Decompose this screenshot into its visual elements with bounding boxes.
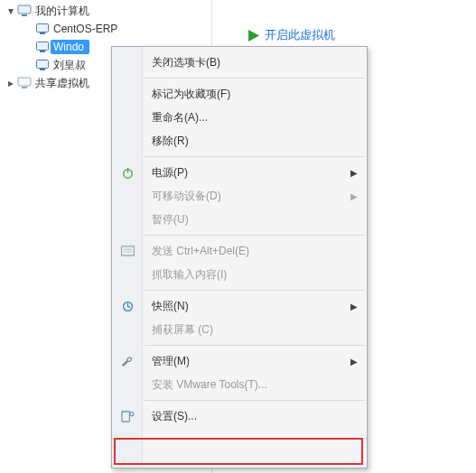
menu-separator — [145, 235, 365, 236]
menu-label: 发送 Ctrl+Alt+Del(E) — [152, 244, 249, 259]
menu-label: 管理(M) — [152, 354, 190, 369]
menu-close-tab[interactable]: 关闭选项卡(B) — [112, 51, 367, 74]
vm-icon — [34, 23, 51, 34]
menu-separator — [145, 400, 365, 401]
menu-separator — [145, 290, 365, 291]
svg-rect-13 — [121, 246, 134, 255]
menu-send-ctrl-alt-del[interactable]: 发送 Ctrl+Alt+Del(E) — [112, 239, 367, 263]
svg-rect-5 — [40, 51, 45, 52]
svg-rect-4 — [37, 42, 49, 51]
tree-label: 共享虚拟机 — [33, 75, 95, 92]
menu-label: 暂停(U) — [152, 212, 189, 227]
menu-snapshot[interactable]: 快照(N) ▶ — [112, 294, 367, 318]
menu-mark-favorite[interactable]: 标记为收藏项(F) — [112, 82, 367, 106]
svg-rect-0 — [18, 5, 31, 14]
svg-rect-8 — [18, 78, 31, 86]
submenu-arrow-icon: ▶ — [350, 301, 358, 311]
menu-label: 关闭选项卡(B) — [152, 55, 220, 70]
menu-settings[interactable]: 设置(S)... — [112, 404, 367, 428]
tree-item-centos-erp[interactable]: CentOS-ERP — [0, 20, 211, 38]
menu-install-vmware-tools[interactable]: 安装 VMware Tools(T)... — [112, 373, 367, 396]
menu-grab-input[interactable]: 抓取输入内容(I) — [112, 263, 367, 286]
menu-label: 抓取输入内容(I) — [152, 267, 227, 283]
menu-label: 可移动设备(D) — [152, 189, 221, 204]
keyboard-icon — [118, 246, 136, 256]
computer-icon — [16, 5, 33, 17]
menu-capture-screen[interactable]: 捕获屏幕 (C) — [112, 318, 367, 341]
menu-removable-devices[interactable]: 可移动设备(D) ▶ — [112, 184, 367, 208]
collapse-icon: ▾ — [5, 5, 16, 17]
menu-label: 捕获屏幕 (C) — [152, 322, 213, 338]
svg-rect-2 — [37, 24, 49, 32]
vm-context-menu: 关闭选项卡(B) 标记为收藏项(F) 重命名(A)... 移除(R) 电源(P)… — [111, 46, 368, 468]
power-on-vm-link[interactable]: 开启此虚拟机 — [247, 27, 476, 43]
tree-label: 我的计算机 — [33, 3, 95, 20]
menu-power[interactable]: 电源(P) ▶ — [112, 161, 367, 184]
tree-root-my-computer[interactable]: ▾ 我的计算机 — [0, 2, 211, 20]
svg-rect-1 — [22, 14, 27, 16]
menu-label: 电源(P) — [152, 165, 188, 181]
settings-icon — [118, 410, 136, 423]
svg-point-18 — [129, 412, 133, 415]
menu-pause[interactable]: 暂停(U) — [112, 208, 367, 231]
shared-icon — [16, 77, 33, 89]
vm-summary-pane: 开启此虚拟机 — [229, 0, 476, 43]
play-icon — [247, 30, 259, 42]
tree-label: 刘皇叔 — [51, 57, 91, 74]
svg-marker-10 — [248, 30, 259, 42]
menu-label: 重命名(A)... — [152, 110, 208, 125]
menu-label: 安装 VMware Tools(T)... — [152, 377, 267, 393]
snapshot-icon — [118, 300, 136, 313]
submenu-arrow-icon: ▶ — [350, 168, 358, 178]
menu-label: 快照(N) — [152, 299, 189, 314]
tree-label: Windo — [51, 40, 89, 54]
menu-separator — [145, 345, 365, 346]
submenu-arrow-icon: ▶ — [350, 357, 358, 366]
svg-rect-17 — [121, 411, 128, 421]
tree-label: CentOS-ERP — [51, 22, 123, 36]
menu-label: 标记为收藏项(F) — [152, 87, 230, 102]
svg-rect-7 — [40, 69, 45, 70]
power-icon — [118, 166, 136, 180]
vm-icon — [34, 42, 51, 52]
wrench-icon — [118, 355, 136, 368]
menu-label: 设置(S)... — [152, 409, 197, 424]
expand-icon: ▸ — [5, 77, 16, 89]
menu-manage[interactable]: 管理(M) ▶ — [112, 349, 367, 373]
menu-separator — [145, 156, 365, 157]
submenu-arrow-icon: ▶ — [350, 191, 358, 201]
power-on-label: 开启此虚拟机 — [265, 27, 335, 43]
svg-rect-3 — [40, 32, 45, 34]
menu-separator — [145, 78, 365, 79]
svg-rect-6 — [37, 60, 49, 69]
svg-rect-9 — [22, 87, 27, 88]
menu-rename[interactable]: 重命名(A)... — [112, 106, 367, 129]
vm-icon — [34, 60, 51, 70]
menu-label: 移除(R) — [152, 134, 189, 149]
menu-remove[interactable]: 移除(R) — [112, 129, 367, 153]
